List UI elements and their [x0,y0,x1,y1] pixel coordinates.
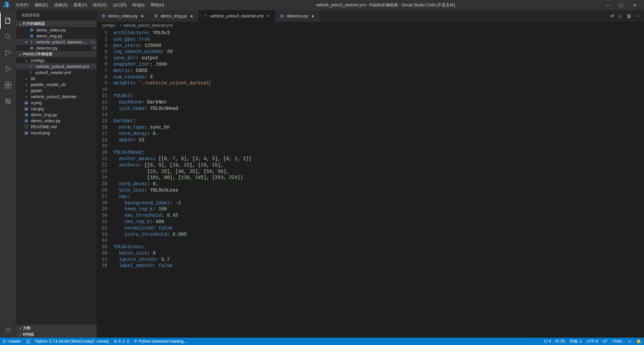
breadcrumb[interactable]: configs › ! vehicle_yolov3_darknet.yml [97,22,644,29]
python-env[interactable]: Python 3.7.6 64-bit ('MiniConda3': conda… [35,339,109,344]
editor-tab[interactable]: ⬢detector.py● [275,10,320,22]
maximize-button[interactable]: ▢ [618,3,625,8]
statusbar: master Python 3.7.6 64-bit ('MiniConda3'… [0,338,644,345]
git-branch[interactable]: master [3,339,21,344]
tree-label: result.png [31,130,97,135]
close-icon[interactable]: × [266,13,271,18]
code-editor[interactable]: 1234567891011121314151617181920212223242… [97,29,644,338]
svg-point-10 [3,342,4,343]
menu-item[interactable]: 运行(R) [110,1,129,9]
activity-extensions[interactable] [0,77,16,93]
tree-label: lib [31,76,97,81]
notifications-icon[interactable]: 🔔 [636,339,641,344]
open-editor-item[interactable]: ×!vehicle_yolov3_darknet.ymlc... [16,39,97,45]
folder-item[interactable]: ›vehicle_yolov3_darknet [16,93,97,99]
yaml-icon: ! [120,23,121,28]
svg-point-11 [6,341,6,342]
vscode-icon [3,2,9,8]
close-icon[interactable]: × [23,40,29,45]
activity-settings[interactable] [0,322,16,338]
image-icon: ▣ [23,100,29,105]
tab-label: vehicle_yolov3_darknet.yml [210,13,264,18]
activity-source-control[interactable] [0,45,16,61]
menu-item[interactable]: 帮助(H) [148,1,167,9]
folder-item[interactable]: ›lib [16,75,97,81]
activity-search[interactable] [0,29,16,45]
menu-item[interactable]: 选择(S) [51,1,70,9]
file-label: detector.py [36,46,91,51]
open-editor-item[interactable]: ⬢demo_img.py [16,33,97,39]
file-label: demo_video.py [36,27,97,32]
encoding[interactable]: UTF-8 [587,339,598,344]
svg-rect-5 [8,82,11,85]
language-mode[interactable]: YAML [612,339,623,344]
file-label: vehicle_yolov3_darknet.yml [36,40,89,45]
activity-explorer[interactable] [0,13,16,29]
file-item[interactable]: ▣result.png [16,130,97,136]
python-icon: ⬢ [29,33,34,39]
svg-point-3 [9,52,11,54]
open-editor-item[interactable]: ⬢demo_video.py [16,27,97,33]
file-item[interactable]: ⓘREADME.md [16,124,97,130]
run-icon[interactable]: ▷ [619,13,622,18]
line-numbers: 1234567891011121314151617181920212223242… [97,29,113,338]
file-item[interactable]: !vehicle_yolov3_darknet.yml [16,63,97,69]
split-icon[interactable]: ▥ [627,13,631,18]
editor-tabs: ⬢demo_video.py●⬢demo_img.py●!vehicle_yol… [97,10,644,22]
minimize-button[interactable]: ─ [604,3,611,8]
activity-zhihu[interactable]: 知 [0,93,16,109]
folder-item[interactable]: ›ppdet [16,87,97,93]
file-item[interactable]: ▣car.jpg [16,106,97,112]
menu-item[interactable]: 文件(F) [13,1,31,9]
section-open-editors[interactable]: ⌄打开的编辑器 [16,20,97,27]
modified-icon[interactable]: ● [310,13,316,18]
section-project[interactable]: ⌄PADDLE车辆检测 [16,51,97,57]
activity-debug[interactable] [0,61,16,77]
tree-label: car.jpg [31,106,97,111]
loading-indicator[interactable]: ⟳Python extension loading... [134,339,187,344]
editor-tab[interactable]: !vehicle_yolov3_darknet.yml× [199,10,275,22]
folder-item[interactable]: ›paddle_model_cls [16,81,97,87]
editor-area: ⬢demo_video.py●⬢demo_img.py●!vehicle_yol… [97,10,644,338]
sync-icon[interactable] [26,339,31,344]
section-outline[interactable]: ›大纲 [16,325,97,331]
section-timeline[interactable]: ›时间线 [16,331,97,338]
python-icon: ⬢ [29,45,34,51]
tree-label: demo_img.py [31,112,97,117]
menu-item[interactable]: 查看(V) [71,1,90,9]
close-button[interactable]: ✕ [631,3,638,8]
python-icon: ⬢ [23,118,29,123]
editor-actions: ⇄▷▥⋯ [606,10,644,22]
file-item[interactable]: ⬢demo_img.py [16,112,97,118]
tree-label: ppdet [31,88,97,93]
editor-tab[interactable]: ⬢demo_img.py● [149,10,199,22]
file-item[interactable]: !yolov3_reader.yml [16,69,97,75]
more-icon[interactable]: ⋯ [636,13,640,18]
tab-label: demo_img.py [161,13,187,18]
problems[interactable]: ⊘0 ⚠0 [114,339,129,344]
image-icon: ▣ [23,130,29,135]
modified-icon[interactable]: ● [140,13,145,18]
tab-label: demo_video.py [108,13,138,18]
file-item[interactable]: ⬢demo_video.py [16,118,97,124]
indent-info[interactable]: 空格: 2 [570,339,582,344]
menu-item[interactable]: 转到(G) [90,1,109,9]
python-icon: ⬢ [23,112,29,117]
editor-tab[interactable]: ⬢demo_video.py● [97,10,149,22]
cursor-position[interactable]: 行 9，列 35 [544,339,565,344]
svg-rect-6 [5,85,8,88]
menu-item[interactable]: 终端(I) [130,1,147,9]
compare-icon[interactable]: ⇄ [610,13,614,18]
eol[interactable]: LF [603,339,607,344]
feedback-icon[interactable]: ☺ [628,339,632,344]
modified-icon[interactable]: ● [189,13,194,18]
tree-label: demo_video.py [31,118,97,123]
folder-item[interactable]: ⌄configs [16,57,97,63]
svg-point-9 [3,340,4,340]
code-content[interactable]: architecture: YOLOv3use_gpu: truemax_ite… [113,29,644,338]
tree-label: a.png [31,100,97,105]
file-item[interactable]: ▣a.png [16,99,97,106]
menubar: 文件(F)编辑(E)选择(S)查看(V)转到(G)运行(R)终端(I)帮助(H) [13,1,167,9]
open-editor-item[interactable]: ⬢detector.pylib [16,45,97,51]
menu-item[interactable]: 编辑(E) [32,1,51,9]
